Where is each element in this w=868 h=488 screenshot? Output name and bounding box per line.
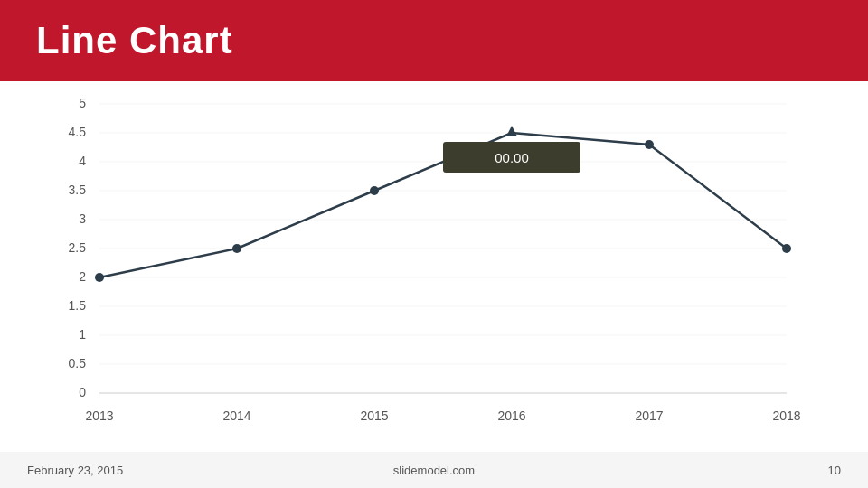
svg-text:2.5: 2.5 (69, 240, 87, 255)
svg-text:2015: 2015 (360, 408, 388, 423)
footer-date: February 23, 2015 (27, 464, 123, 477)
data-point-2014[interactable] (232, 244, 241, 253)
svg-text:1.5: 1.5 (69, 298, 87, 313)
footer: February 23, 2015 slidemodel.com 10 (0, 452, 868, 488)
svg-text:1: 1 (79, 327, 86, 342)
svg-text:2013: 2013 (85, 408, 113, 423)
svg-text:2018: 2018 (772, 408, 800, 423)
data-point-2013[interactable] (95, 273, 104, 282)
svg-text:3.5: 3.5 (69, 183, 87, 197)
svg-text:2017: 2017 (635, 408, 663, 423)
svg-text:4: 4 (79, 154, 86, 168)
data-point-2018[interactable] (782, 244, 791, 253)
header-bar: Line Chart (0, 0, 868, 81)
chart-container: 0 0.5 1 1.5 2 2.5 3 3.5 4 4.5 5 (45, 86, 823, 447)
tooltip-value: 00.00 (495, 150, 529, 165)
page-title: Line Chart (36, 19, 233, 62)
svg-text:2016: 2016 (497, 408, 525, 423)
svg-text:5: 5 (79, 96, 86, 110)
footer-site: slidemodel.com (393, 464, 475, 477)
svg-text:2014: 2014 (222, 408, 250, 423)
svg-text:4.5: 4.5 (69, 125, 87, 139)
data-point-marker-2016[interactable] (506, 126, 517, 136)
main-content: 0 0.5 1 1.5 2 2.5 3 3.5 4 4.5 5 (0, 81, 868, 452)
svg-text:0.5: 0.5 (69, 356, 87, 371)
data-point-2017[interactable] (645, 140, 654, 149)
svg-text:0: 0 (79, 385, 86, 399)
data-point-2015[interactable] (370, 186, 379, 195)
svg-text:2: 2 (79, 269, 86, 284)
footer-page: 10 (828, 464, 841, 477)
svg-text:3: 3 (79, 211, 86, 226)
line-chart-svg: 0 0.5 1 1.5 2 2.5 3 3.5 4 4.5 5 (45, 86, 823, 447)
